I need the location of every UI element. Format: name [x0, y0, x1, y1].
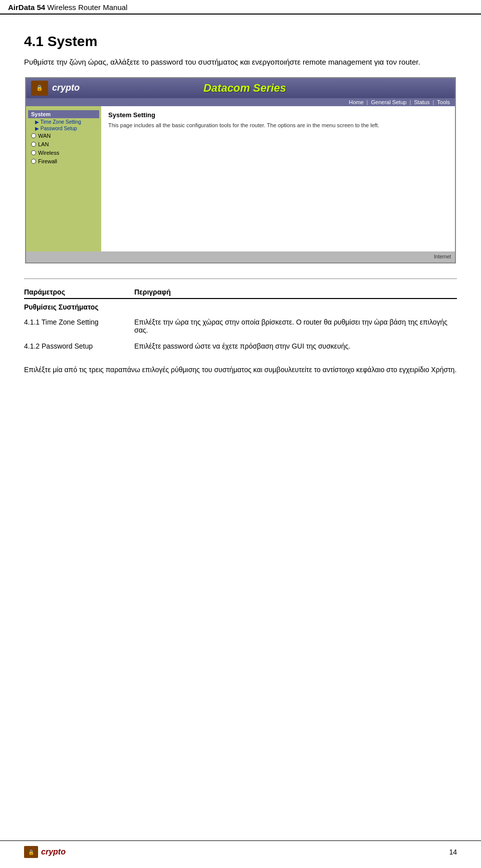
table-row-subtitle: Ρυθμίσεις Συστήματος	[24, 299, 457, 314]
router-nav-bar: Home | General Setup | Status | Tools	[26, 98, 455, 106]
page-header: AirData 54 Wireless Router Manual	[0, 0, 481, 15]
router-body: System ▶ Time Zone Setting ▶ Password Se…	[26, 106, 455, 251]
nav-tools[interactable]: Tools	[437, 99, 450, 105]
table-row-0: 4.1.1 Time Zone Setting Επιλέξτε την ώρα…	[24, 314, 457, 338]
router-footer-text: Internet	[434, 254, 451, 259]
crypto-brand-label: crypto	[52, 83, 80, 93]
brand-name: AirData 54	[8, 3, 45, 12]
desc-1: Επιλέξτε password ώστε να έχετε πρόσβαση…	[134, 338, 457, 354]
router-top-bar: 🔒 crypto Datacom Series	[26, 78, 455, 98]
sidebar-wan[interactable]: WAN	[28, 132, 99, 140]
table-subtitle: Ρυθμίσεις Συστήματος	[24, 299, 457, 314]
router-sidebar: System ▶ Time Zone Setting ▶ Password Se…	[26, 106, 101, 251]
radio-lan	[31, 142, 36, 147]
datacom-series-area: Datacom Series	[80, 82, 410, 95]
col-param-header: Παράμετρος	[24, 286, 134, 299]
table-row-1: 4.1.2 Password Setup Επιλέξτε password ώ…	[24, 338, 457, 354]
router-main-title: System Setting	[108, 111, 448, 119]
nav-status[interactable]: Status	[414, 99, 429, 105]
footer-logo-area: 🔒 crypto	[24, 846, 66, 858]
router-main-desc: This page includes all the basic configu…	[108, 122, 448, 129]
sidebar-lan[interactable]: LAN	[28, 140, 99, 148]
param-1: 4.1.2 Password Setup	[24, 338, 134, 354]
footer-brand-name: crypto	[41, 847, 66, 856]
sidebar-firewall[interactable]: Firewall	[28, 157, 99, 165]
param-0: 4.1.1 Time Zone Setting	[24, 314, 134, 338]
router-footer-bar: Internet	[26, 251, 455, 262]
col-desc-header: Περιγραφή	[134, 286, 457, 299]
footer-crypto-box: 🔒	[24, 846, 38, 858]
radio-firewall	[31, 159, 36, 164]
bottom-paragraph: Επιλέξτε μία από τις τρεις παραπάνω επιλ…	[24, 364, 457, 375]
nav-home[interactable]: Home	[349, 99, 363, 105]
sidebar-timezone[interactable]: ▶ Time Zone Setting	[28, 119, 99, 125]
section-heading: 4.1 System	[24, 34, 457, 50]
sidebar-password[interactable]: ▶ Password Setup	[28, 125, 99, 132]
crypto-logo-box: 🔒	[31, 81, 48, 96]
router-main-panel: System Setting This page includes all th…	[101, 106, 455, 251]
router-logo-area: 🔒 crypto	[31, 81, 80, 96]
nav-general-setup[interactable]: General Setup	[371, 99, 406, 105]
radio-wireless	[31, 150, 36, 155]
sidebar-wireless[interactable]: Wireless	[28, 149, 99, 157]
radio-wan	[31, 133, 36, 138]
datacom-series-text: Datacom Series	[203, 82, 286, 95]
page-footer: 🔒 crypto 14	[0, 840, 481, 858]
header-title: AirData 54 Wireless Router Manual	[8, 3, 127, 12]
intro-text: Ρυθμίστε την ζώνη ώρας, αλλάξετε το pass…	[24, 57, 457, 68]
sidebar-system[interactable]: System	[28, 110, 99, 118]
page-number: 14	[449, 848, 457, 856]
divider	[24, 278, 457, 279]
router-screenshot: 🔒 crypto Datacom Series Home | General S…	[25, 77, 456, 263]
params-table: Παράμετρος Περιγραφή Ρυθμίσεις Συστήματο…	[24, 286, 457, 354]
main-content: 4.1 System Ρυθμίστε την ζώνη ώρας, αλλάξ…	[0, 15, 481, 385]
desc-0: Επιλέξτε την ώρα της χώρας στην οποία βρ…	[134, 314, 457, 338]
